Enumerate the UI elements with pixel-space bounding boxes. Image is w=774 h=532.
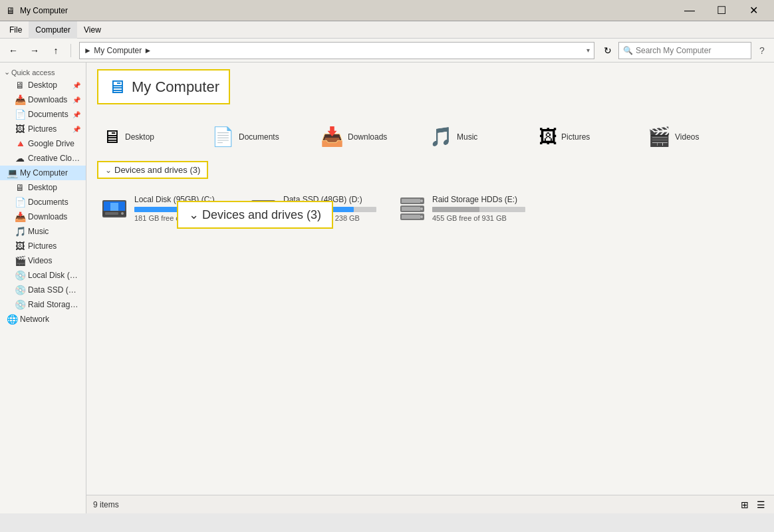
folder-documents[interactable]: 📄 Documents [206,123,313,150]
svg-point-4 [121,212,124,215]
devices-section-title: Devices and drives (3) [114,165,200,175]
raid-name: Raid Storage HDDs (E:) [432,195,525,204]
sidebar-item-my-computer[interactable]: 💻 My Computer [0,166,86,180]
data-ssd-bar-fill [283,207,354,212]
data-ssd-info: Data SSD (48GB) (D:) 56.4 GB free of 238… [283,195,376,222]
folder-music[interactable]: 🎵 Music [424,123,531,150]
folder-downloads[interactable]: 📥 Downloads [315,123,422,150]
sidebar-item-comp-pictures[interactable]: 🖼 Pictures [0,239,86,253]
videos-icon: 🎬 [15,255,25,266]
menu-file[interactable]: File [3,21,29,39]
sidebar-item-raid[interactable]: 💿 Raid Storage HDDs [0,297,86,312]
sidebar-item-data-ssd[interactable]: 💿 Data SSD (48GB) (D: [0,283,86,297]
local-disk-icon: 💿 [15,270,25,281]
raid-drive-icon [399,195,426,227]
downloads-icon: 📥 [15,94,25,105]
toolbar: ← → ↑ ► My Computer ► ▾ ↻ 🔍 ? [0,39,774,63]
forward-button[interactable]: → [25,41,44,60]
search-icon: 🔍 [623,46,633,55]
sidebar-item-comp-documents[interactable]: 📄 Documents [0,195,86,209]
local-disk-free: 181 GB free of 475 GB [134,214,227,222]
sidebar-item-desktop[interactable]: 🖥 Desktop 📌 [0,78,86,92]
svg-rect-18 [402,215,420,219]
sidebar-item-pictures[interactable]: 🖼 Pictures 📌 [0,122,86,136]
sidebar-item-comp-downloads[interactable]: 📥 Downloads [0,209,86,224]
folder-videos[interactable]: 🎬 Videos [642,123,749,150]
sidebar-item-creative-cloud[interactable]: ☁ Creative Cloud Files [0,151,86,166]
local-disk-drive-icon [101,195,128,227]
desktop-icon: 🖥 [15,80,25,90]
sidebar: ⌄ Quick access 🖥 Desktop 📌 📥 Downloads 📌… [0,63,86,513]
address-text: ► My Computer ► [84,46,584,55]
google-drive-icon: 🔺 [15,138,25,149]
toolbar-separator [70,44,71,57]
raid-icon: 💿 [15,299,25,310]
sidebar-item-comp-videos[interactable]: 🎬 Videos [0,253,86,268]
my-computer-header-icon: 🖥 [108,76,126,98]
my-computer-header-title: My Computer [132,78,219,96]
raid-bar-fill [432,207,479,212]
menu-computer[interactable]: Computer [29,21,77,39]
sidebar-item-network[interactable]: 🌐 Network [0,312,86,327]
large-icons-view-button[interactable]: ⊞ [738,498,751,511]
back-button[interactable]: ← [4,41,23,60]
title-bar: 🖥 My Computer — ☐ ✕ [0,0,774,21]
data-ssd-icon: 💿 [15,285,25,295]
folder-downloads-icon: 📥 [321,126,344,148]
svg-point-19 [420,215,423,218]
pictures2-icon: 🖼 [15,241,25,251]
folder-desktop[interactable]: 🖥 Desktop [97,123,203,150]
folder-pictures-icon: 🖼 [539,126,557,148]
desktop2-icon: 🖥 [15,182,25,193]
creative-cloud-icon: ☁ [15,153,25,164]
menu-view[interactable]: View [77,21,108,39]
svg-point-16 [420,207,423,210]
close-button[interactable]: ✕ [738,0,769,21]
raid-bar-bg [432,207,525,212]
menu-bar: File Computer View [0,21,774,39]
address-dropdown-icon[interactable]: ▾ [586,47,590,54]
documents-icon: 📄 [15,109,25,120]
sidebar-item-downloads[interactable]: 📥 Downloads 📌 [0,92,86,107]
drive-data-ssd[interactable]: Data SSD (48GB) (D:) 56.4 GB free of 238… [246,192,379,230]
drive-local-disk[interactable]: Local Disk (95GB) (C:) 181 GB free of 47… [97,192,230,230]
sidebar-item-comp-music[interactable]: 🎵 Music [0,224,86,239]
title-bar-left: 🖥 My Computer [5,5,68,16]
drive-raid[interactable]: Raid Storage HDDs (E:) 455 GB free of 93… [395,192,528,230]
data-ssd-bar-bg [283,207,376,212]
sidebar-item-local-disk[interactable]: 💿 Local Disk (95GB) (C [0,268,86,283]
main-layout: ⌄ Quick access 🖥 Desktop 📌 📥 Downloads 📌… [0,63,774,513]
search-input[interactable] [636,46,747,55]
raid-free: 455 GB free of 931 GB [432,214,525,222]
downloads2-icon: 📥 [15,211,25,222]
music-icon: 🎵 [15,226,25,237]
folder-pictures[interactable]: 🖼 Pictures [533,123,640,150]
sidebar-item-documents[interactable]: 📄 Documents 📌 [0,107,86,122]
window-title: My Computer [20,6,68,15]
content-area: 🖥 My Computer 🖥 Desktop 📄 Documents 📥 Do… [86,63,774,495]
search-box[interactable]: 🔍 [618,42,751,59]
status-bar: 9 items ⊞ ☰ [86,495,774,513]
drives-list: Local Disk (95GB) (C:) 181 GB free of 47… [97,192,763,230]
svg-point-10 [270,214,273,217]
help-button[interactable]: ? [754,43,770,59]
data-ssd-name: Data SSD (48GB) (D:) [283,195,376,204]
sidebar-item-comp-desktop[interactable]: 🖥 Desktop [0,180,86,195]
data-ssd-drive-icon [250,195,277,227]
sidebar-item-google-drive[interactable]: 🔺 Google Drive [0,136,86,151]
local-disk-name: Local Disk (95GB) (C:) [134,195,227,204]
status-items-count: 9 items [93,500,119,509]
folder-desktop-icon: 🖥 [102,126,121,148]
up-button[interactable]: ↑ [47,41,65,60]
refresh-button[interactable]: ↻ [600,43,616,59]
pictures-icon: 🖼 [15,124,25,134]
folder-documents-icon: 📄 [211,126,235,148]
list-view-button[interactable]: ☰ [754,498,767,511]
maximize-button[interactable]: ☐ [706,0,737,21]
minimize-button[interactable]: — [674,0,705,21]
address-bar[interactable]: ► My Computer ► ▾ [79,42,594,59]
folder-videos-icon: 🎬 [648,126,671,148]
folders-grid: 🖥 Desktop 📄 Documents 📥 Downloads 🎵 Musi… [97,123,763,150]
window-icon: 🖥 [5,5,16,16]
svg-point-13 [420,200,423,202]
